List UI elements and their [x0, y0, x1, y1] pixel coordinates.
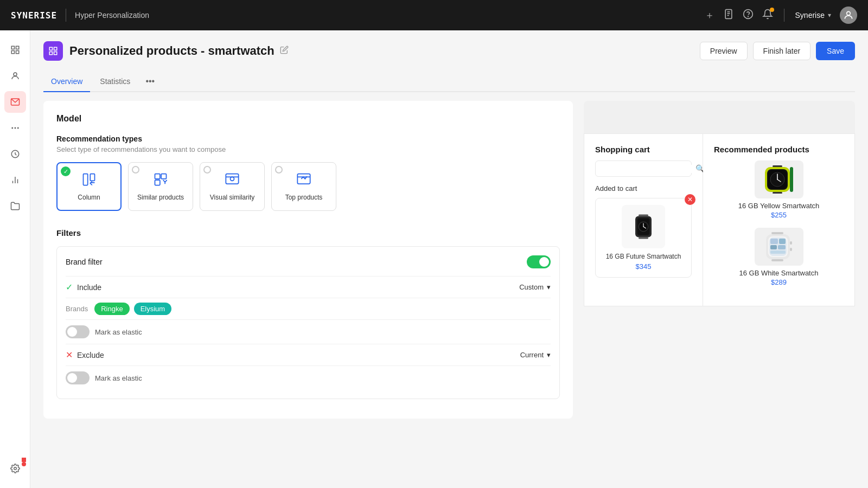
model-title: Model — [56, 114, 560, 124]
svg-rect-24 — [49, 52, 52, 55]
save-button[interactable]: Save — [816, 42, 855, 60]
recommended-title: Recommended products — [714, 145, 844, 154]
shopping-cart-title: Shopping cart — [595, 145, 692, 154]
bell-icon[interactable] — [762, 9, 773, 22]
edit-title-icon[interactable] — [280, 46, 289, 56]
chevron-down-icon: ▾ — [828, 11, 831, 19]
include-chevron-icon: ▾ — [547, 283, 551, 291]
similar-card-icon — [153, 172, 168, 190]
navbar-divider — [66, 9, 66, 22]
tab-more-icon[interactable]: ••• — [140, 72, 160, 91]
document-icon[interactable] — [723, 9, 734, 22]
exclude-row: ✕ Exclude Current ▾ — [66, 344, 551, 365]
sidebar-folder-icon[interactable] — [4, 195, 26, 217]
brand-filter-section: Brand filter ✓ Include Custom ▾ — [56, 246, 560, 399]
preview-top-bar — [584, 101, 855, 133]
rec-card-column[interactable]: ✓ Column — [56, 162, 122, 211]
svg-point-20 — [14, 467, 16, 470]
finish-later-button[interactable]: Finish later — [753, 42, 810, 60]
brand-tag-elysium[interactable]: Elysium — [134, 303, 172, 315]
brand-tag-ringke[interactable]: Ringke — [94, 303, 129, 315]
brand-filter-header: Brand filter — [66, 255, 551, 268]
rec-card-similar[interactable]: Similar products — [128, 162, 193, 211]
svg-rect-9 — [11, 51, 14, 54]
svg-rect-10 — [16, 51, 18, 54]
elastic-toggle-exclude[interactable] — [66, 371, 90, 384]
svg-rect-25 — [54, 52, 57, 55]
app-logo[interactable]: SYNERISE — [11, 10, 57, 21]
column-card-label: Column — [78, 194, 100, 201]
include-label: Include — [77, 283, 101, 292]
rec-product-1-price: $289 — [771, 278, 787, 286]
rec-product-0-price: $255 — [771, 211, 787, 219]
rec-types-title: Recommendation types — [56, 134, 560, 143]
sidebar-grid-icon[interactable] — [4, 39, 26, 61]
include-check-icon: ✓ — [66, 282, 73, 292]
filters-title: Filters — [56, 228, 560, 237]
main-content: Personalized products - smartwatch Previ… — [30, 30, 868, 488]
tab-statistics[interactable]: Statistics — [92, 72, 138, 92]
cart-item-image — [622, 205, 665, 248]
elastic-row-exclude: Mark as elastic — [66, 365, 551, 390]
svg-rect-55 — [771, 259, 783, 261]
user-menu[interactable]: Synerise ▾ — [795, 11, 831, 20]
exclude-type-value: Current — [520, 351, 544, 359]
svg-rect-30 — [155, 180, 160, 185]
include-row: ✓ Include Custom ▾ — [66, 276, 551, 298]
preview-bottom: Shopping cart 🔍 Added to cart ✕ — [584, 133, 855, 306]
cart-item-remove-button[interactable]: ✕ — [685, 194, 695, 205]
recommended-products-panel: Recommended products — [703, 133, 855, 306]
left-panel: Model Recommendation types Select type o… — [43, 101, 573, 419]
svg-rect-31 — [226, 174, 238, 184]
sidebar-mail-icon[interactable] — [4, 91, 26, 113]
added-to-cart-label: Added to cart — [595, 184, 692, 192]
rec-product-1: 16 GB White Smartwatch $289 — [714, 228, 844, 286]
svg-rect-53 — [790, 167, 793, 192]
right-panels: Shopping cart 🔍 Added to cart ✕ — [584, 101, 855, 419]
elastic-toggle-include[interactable] — [66, 325, 90, 338]
plus-icon[interactable]: ＋ — [705, 9, 714, 22]
visual-radio — [203, 166, 211, 174]
selected-check-icon: ✓ — [61, 166, 71, 176]
sidebar-dots-icon[interactable] — [4, 117, 26, 139]
svg-point-21 — [22, 462, 26, 466]
settings-badge — [22, 458, 26, 462]
brands-label-text: Brands — [66, 305, 88, 313]
svg-rect-22 — [49, 47, 52, 50]
rec-card-top[interactable]: Top products — [271, 162, 336, 211]
elastic-label-exclude: Mark as elastic — [95, 374, 142, 382]
tab-overview[interactable]: Overview — [43, 72, 90, 92]
avatar[interactable] — [840, 7, 857, 24]
exclude-type-dropdown[interactable]: Current ▾ — [520, 351, 551, 359]
svg-point-14 — [14, 127, 16, 129]
nav-divider-2 — [784, 9, 784, 22]
svg-rect-54 — [771, 232, 783, 234]
include-type-dropdown[interactable]: Custom ▾ — [519, 283, 551, 291]
preview-button[interactable]: Preview — [700, 42, 748, 60]
column-card-icon — [81, 172, 97, 190]
svg-point-15 — [17, 127, 18, 129]
elastic-label-include: Mark as elastic — [95, 328, 142, 336]
rec-product-1-name: 16 GB White Smartwatch — [739, 269, 819, 277]
sidebar-chart-icon[interactable] — [4, 169, 26, 191]
brand-filter-toggle[interactable] — [527, 255, 551, 268]
yellow-watch-svg — [757, 163, 801, 196]
cart-item-price: $345 — [636, 262, 652, 271]
help-icon[interactable] — [743, 9, 754, 22]
sidebar-settings-icon[interactable] — [4, 458, 26, 479]
brand-filter-name: Brand filter — [66, 258, 103, 266]
include-row-left: ✓ Include — [66, 282, 101, 292]
svg-point-6 — [847, 11, 851, 15]
rec-product-0: 16 GB Yellow Smartwatch $255 — [714, 160, 844, 219]
brands-row: Brands Ringke Elysium — [66, 298, 551, 319]
svg-rect-63 — [770, 251, 786, 254]
page-icon — [43, 41, 63, 61]
cart-item: ✕ — [595, 198, 692, 278]
rec-card-visual[interactable]: Visual similarity — [200, 162, 265, 211]
cart-watch-svg — [627, 210, 660, 243]
sidebar-circle-icon[interactable] — [4, 143, 26, 165]
cart-search-input[interactable] — [601, 165, 692, 173]
svg-rect-35 — [639, 237, 648, 239]
sidebar-user-icon[interactable] — [4, 65, 26, 87]
svg-rect-44 — [773, 192, 782, 194]
